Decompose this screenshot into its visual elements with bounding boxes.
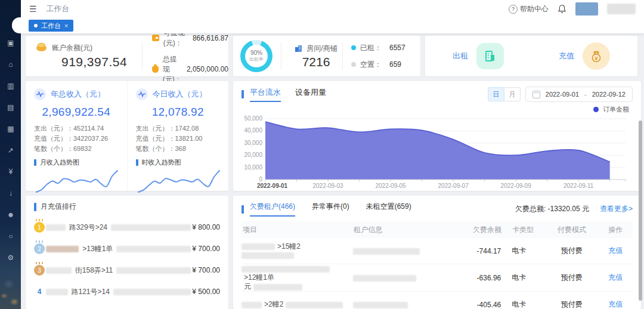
username-redacted[interactable] [607,4,636,14]
year-trend-label: 月收入趋势图 [40,158,79,167]
balance-label: 账户余额(元) [52,43,92,53]
bank-icon: ⌂ [7,60,15,69]
ranking-amount: ¥ 700.00 [192,245,220,253]
occupancy-rate: 90% [249,50,264,57]
tab-设备用量[interactable]: 设备用量 [295,87,326,102]
income-detail-row: 充值（元）：3422037.26 [34,134,119,144]
arrears-total-label: 欠费总额: [515,205,546,213]
tab-欠费租户(466)[interactable]: 欠费租户(466) [250,202,295,217]
today-trend-label: 时收入趋势图 [142,158,181,167]
ranking-amount: ¥ 500.00 [192,288,220,296]
sidebar-item-finance[interactable]: ▥ [0,75,21,97]
ranking-address-fragment: >13幢1单 [82,244,113,254]
rent-button[interactable]: 出租 [453,43,504,69]
tab-bar: 工作台 × [21,18,644,33]
project-fragment: >2幢2 [264,300,283,308]
project-cell: >12幢1单元 [242,264,353,291]
project-fragment: >12幢1单 [244,273,274,282]
sidebar-item-download[interactable]: ↓下载 [0,183,21,204]
wallet-icon [152,35,159,41]
arrears-table-body: >15幢2-744.17电卡预付费充值>12幢1单元-636.96电卡预付费充值… [242,238,633,309]
column-header: 付费模式 [545,225,598,235]
redacted-text [253,284,302,291]
tab-平台流水[interactable]: 平台流水 [250,87,281,102]
income-detail-row: 支出（元）：452114.74 [34,123,119,134]
printer-icon: ▦ [7,125,15,133]
income-detail-row: 笔数（个）：69832 [34,144,119,154]
svg-text:40,000: 40,000 [244,127,262,134]
detail-label: 充值（元）： [34,135,73,142]
redacted-text [113,289,191,295]
tenant-cell [353,274,454,282]
sidebar-item-gear[interactable]: ⚙ [0,247,21,268]
recharge-ranking-card: 月充值排行 1路329号>24¥ 800.002>13幢1单¥ 700.003街… [26,196,228,309]
sidebar-item-printer[interactable]: ▦ [0,118,21,140]
rented-dot-icon [351,45,356,50]
detail-label: 笔数（个）： [136,145,175,152]
bell-icon[interactable] [558,4,566,14]
pulse-icon [136,88,148,100]
sidebar-item-water[interactable]: ○ [0,225,21,247]
app-logo [12,17,21,33]
svg-text:0: 0 [259,176,262,183]
recharge-link[interactable]: 充值 [608,246,623,255]
column-header: 卡类型 [501,225,545,235]
help-center-label: 帮助中心 [520,4,549,14]
ranking-list-item: 2>13幢1单¥ 700.00 [34,238,220,259]
moneybag-icon [152,66,159,73]
total-withdraw-value: 2,050,000.00 [187,65,228,73]
card-type: 电卡 [501,246,545,256]
sidebar-item-bank[interactable]: ⌂ [0,54,21,75]
sidebar-item-orders[interactable]: ▤ [0,97,21,118]
detail-value: 452114.74 [73,125,104,132]
help-center-button[interactable]: ? 帮助中心 [509,4,549,14]
ranking-amount: ¥ 700.00 [192,266,220,274]
card-type: 电卡 [501,299,545,309]
arrears-table-header: 项目租户信息欠费余额卡类型付费模式操作 [242,221,633,238]
project-fragment: 元 [244,282,251,291]
recharge-label: 充值 [559,51,574,61]
avatar[interactable] [575,2,598,16]
recharge-link[interactable]: 充值 [608,300,623,308]
quick-actions-card: 出租 充值 ¥ [425,36,637,76]
vertical-scrollbar[interactable] [639,120,642,301]
sidebar-item-coin[interactable]: ¥ [0,161,21,183]
pay-mode: 预付费 [545,273,598,283]
menu-fold-icon[interactable]: ☰ [29,5,37,13]
action-cell: 充值 [598,299,633,309]
sidebar-item-stats[interactable]: ↗ [0,140,21,161]
finance-icon: ▥ [7,82,15,90]
detail-value: 69832 [73,145,92,152]
calendar-icon [532,91,540,98]
day-toggle-button[interactable]: 日 [488,87,504,101]
project-fragment: >15幢2 [277,242,301,251]
building-icon [295,45,302,52]
month-income-sparkline [34,168,120,194]
coin-icon [36,45,47,51]
arrears-balance: -405.46 [454,301,501,309]
svg-text:10,000: 10,000 [244,164,262,171]
active-dot-icon [34,24,38,27]
table-row: >15幢2-744.17电卡预付费充值 [242,238,633,264]
income-detail-row: 充值（元）：13821.00 [136,134,221,144]
redacted-text [242,302,262,308]
divider [281,42,281,70]
arrears-card: 欠费租户(466)异常事件(0)未租空置(659) 欠费总额: -13320.0… [233,196,641,309]
tab-未租空置(659)[interactable]: 未租空置(659) [366,202,411,217]
recharge-link[interactable]: 充值 [608,273,623,282]
water-icon: ○ [7,232,15,240]
ranking-title: 月充值排行 [41,202,76,212]
tab-异常事件(0)[interactable]: 异常事件(0) [312,202,349,217]
sidebar-item-user[interactable]: ☻ [0,204,21,225]
stats-icon: ↗ [7,146,15,154]
sidebar-item-workbench[interactable]: ▣工作台 [0,32,21,54]
close-icon[interactable]: × [64,22,68,29]
recharge-button[interactable]: 充值 ¥ [559,42,610,70]
table-row: >2幢2-405.46电卡预付费充值 [242,291,633,309]
date-range-picker[interactable]: 2022-09-01 - 2022-09-12 [525,86,633,102]
month-toggle-button[interactable]: 月 [504,87,521,101]
tab-workbench[interactable]: 工作台 × [29,20,73,32]
period-toggle: 日 月 [488,87,521,101]
redacted-text [242,266,330,273]
view-more-link[interactable]: 查看更多> [600,204,633,214]
